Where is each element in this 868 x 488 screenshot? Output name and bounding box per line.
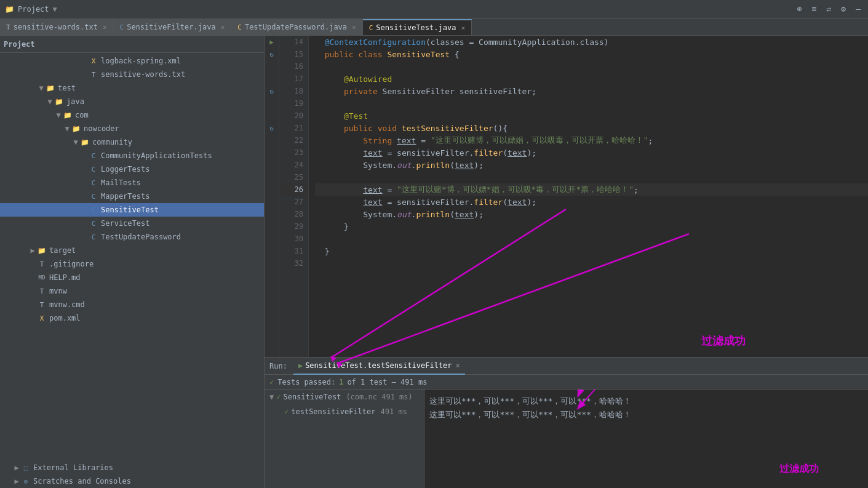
tree-item-com[interactable]: ▼ 📁 com bbox=[0, 108, 264, 122]
toolbar-settings-icon[interactable]: ⚙ bbox=[841, 4, 846, 14]
success-bar: ✓ Tests passed: 1 of 1 test – 491 ms bbox=[265, 375, 868, 390]
tree-item-nowcoder[interactable]: ▼ 📁 nowcoder bbox=[0, 122, 264, 135]
tree-item-target[interactable]: ▶ 📁 target bbox=[0, 244, 264, 257]
run-sidebar-test-method[interactable]: ✓ testSensitiveFilter 491 ms bbox=[265, 404, 424, 419]
tree-item-logger-tests[interactable]: C LoggerTests bbox=[0, 162, 264, 176]
tree-item-sensitive-words[interactable]: T sensitive-words.txt bbox=[0, 68, 264, 81]
tab-icon-txt: T bbox=[6, 23, 10, 31]
tree-item-mvnw-cmd[interactable]: T mvnw.cmd bbox=[0, 298, 264, 311]
code-line-22: String text = "这里可以赌博，可以嫖娼，可以吸毒，可以开票，哈哈哈… bbox=[315, 134, 868, 146]
code-line-30 bbox=[315, 233, 868, 245]
tree-arrow: ▼ bbox=[46, 97, 54, 106]
run-icon[interactable]: ▶ bbox=[269, 38, 274, 46]
filter-success-annotation: 过滤成功 bbox=[779, 463, 819, 476]
line-num-21: 21 bbox=[279, 122, 308, 134]
run-sidebar-label: SensitiveTest bbox=[283, 393, 341, 401]
run-icon-test: ▶ bbox=[298, 361, 303, 370]
line-num-14: 14 bbox=[279, 36, 308, 48]
tree-arrow: ▶ bbox=[12, 477, 21, 486]
tab-label: SensitiveFilter.java bbox=[127, 23, 216, 31]
run-sidebar-label: testSensitiveFilter bbox=[291, 407, 375, 416]
gutter-cell-15[interactable]: ↻ bbox=[265, 48, 279, 60]
run-sidebar: ▼ ✓ SensitiveTest (com.nc 491 ms) ✓ test… bbox=[265, 390, 424, 488]
tab-close-btn[interactable]: × bbox=[103, 23, 107, 31]
gutter-cell-21b bbox=[265, 134, 279, 146]
tab-sensitive-filter-java[interactable]: C SensitiveFilter.java × bbox=[114, 19, 232, 35]
code-line-20: @Test bbox=[315, 110, 868, 122]
sidebar-toolbar: Project bbox=[0, 36, 264, 53]
gutter-cell-21[interactable]: ↻ bbox=[265, 122, 279, 134]
tree-item-mail-tests[interactable]: C MailTests bbox=[0, 176, 264, 190]
tree-item-label: community bbox=[92, 138, 132, 146]
tab-label: SensitiveTest.java bbox=[376, 23, 456, 32]
tab-close-btn[interactable]: × bbox=[221, 23, 225, 31]
reload-icon[interactable]: ↻ bbox=[269, 50, 274, 58]
toolbar-add-icon[interactable]: ⊕ bbox=[797, 4, 802, 14]
toolbar-list-icon[interactable]: ≡ bbox=[812, 4, 817, 14]
toolbar-split-icon[interactable]: ⇌ bbox=[827, 4, 832, 14]
code-line-29: } bbox=[315, 220, 868, 233]
txt-icon: T bbox=[89, 70, 98, 79]
title-bar-left: 📁 Project ▼ bbox=[5, 5, 57, 14]
tree-item-help-md[interactable]: MD HELP.md bbox=[0, 271, 264, 284]
code-editor[interactable]: ▶ ↻ ↻ ↻ bbox=[265, 36, 868, 357]
tree-item-mapper-tests[interactable]: C MapperTests bbox=[0, 190, 264, 203]
tab-sensitive-words-txt[interactable]: T sensitive-words.txt × bbox=[0, 19, 114, 35]
folder-icon: 📁 bbox=[37, 246, 47, 255]
tree-item-pom-xml[interactable]: X pom.xml bbox=[0, 311, 264, 325]
tree-item-external-libraries[interactable]: ▶ ⬚ External Libraries bbox=[0, 461, 264, 474]
tree-item-test[interactable]: ▼ 📁 test bbox=[0, 81, 264, 95]
tree-item-java[interactable]: ▼ 📁 java bbox=[0, 95, 264, 108]
tab-sensitive-test-java[interactable]: C SensitiveTest.java × bbox=[363, 19, 472, 35]
run-test-icon[interactable]: ↻ bbox=[269, 124, 274, 132]
gutter-cell-23 bbox=[265, 159, 279, 171]
tree-item-sensitive-test[interactable]: C SensitiveTest bbox=[0, 203, 264, 217]
tree-item-label: nowcoder bbox=[84, 124, 119, 133]
sidebar: Project X logback-spring.xml T sensitive… bbox=[0, 36, 265, 488]
code-line-23: text = sensitiveFilter.filter(text); bbox=[315, 146, 868, 159]
run-sidebar-detail: (com.nc 491 ms) bbox=[346, 393, 412, 401]
tree-item-label: target bbox=[49, 246, 76, 255]
run-sidebar-sensitive-test[interactable]: ▼ ✓ SensitiveTest (com.nc 491 ms) bbox=[265, 390, 424, 404]
tree-item-logback[interactable]: X logback-spring.xml bbox=[0, 54, 264, 68]
tree-item-mvnw[interactable]: T mvnw bbox=[0, 284, 264, 298]
tree-item-community-app-tests[interactable]: C CommunityApplicationTests bbox=[0, 149, 264, 162]
tree-item-community[interactable]: ▼ 📁 community bbox=[0, 135, 264, 149]
run-output: 这里可以***，可以***，可以***，可以***，哈哈哈！ 这里可以***，可… bbox=[424, 390, 868, 488]
line-num-28: 28 bbox=[279, 208, 308, 220]
tab-close-btn[interactable]: × bbox=[352, 23, 356, 31]
tree-item-service-test[interactable]: C ServiceTest bbox=[0, 217, 264, 230]
tab-bar: T sensitive-words.txt × C SensitiveFilte… bbox=[0, 18, 868, 36]
run-tab-bar: Run: ▶ SensitiveTest.testSensitiveFilter… bbox=[265, 358, 868, 375]
code-content[interactable]: @ContextConfiguration(classes = Communit… bbox=[309, 36, 868, 357]
tab-icon-java-active: C bbox=[237, 23, 242, 31]
file-icon: T bbox=[37, 300, 47, 310]
gutter-cell-25 bbox=[265, 183, 279, 196]
folder-icon: 📁 bbox=[54, 97, 64, 106]
reload-icon[interactable]: ↻ bbox=[269, 87, 274, 95]
java-icon: C bbox=[89, 232, 98, 242]
tree-item-gitignore[interactable]: T .gitignore bbox=[0, 257, 264, 271]
run-tab-close[interactable]: × bbox=[456, 361, 460, 370]
code-line-24: System.out.println(text); bbox=[315, 159, 868, 171]
tree-item-scratches[interactable]: ▶ ⊙ Scratches and Consoles bbox=[0, 474, 264, 488]
java-icon: C bbox=[89, 178, 98, 188]
project-tree[interactable]: X logback-spring.xml T sensitive-words.t… bbox=[0, 53, 264, 461]
toolbar-minimize-icon[interactable]: — bbox=[856, 4, 861, 14]
tree-item-label: Scratches and Consoles bbox=[33, 477, 131, 486]
code-line-31: } bbox=[315, 245, 868, 257]
line-num-17: 17 bbox=[279, 73, 308, 85]
tree-item-test-update-password[interactable]: C TestUpdatePassword bbox=[0, 230, 264, 244]
title-dropdown-icon[interactable]: ▼ bbox=[53, 5, 57, 14]
run-tab-sensitive-test[interactable]: ▶ SensitiveTest.testSensitiveFilter × bbox=[293, 358, 465, 375]
gutter-cell-22 bbox=[265, 146, 279, 159]
tab-close-btn[interactable]: × bbox=[461, 24, 465, 32]
tab-test-update-password-java[interactable]: C TestUpdatePassword.java × bbox=[231, 19, 362, 35]
main-content: Project X logback-spring.xml T sensitive… bbox=[0, 36, 868, 488]
tree-item-label: External Libraries bbox=[33, 463, 113, 472]
code-line-17: @Autowired bbox=[315, 73, 868, 85]
gutter-cell-14[interactable]: ▶ bbox=[265, 36, 279, 48]
scratches-icon: ⊙ bbox=[21, 476, 31, 486]
gutter-cell-18[interactable]: ↻ bbox=[265, 85, 279, 97]
gutter-cell-20 bbox=[265, 110, 279, 122]
